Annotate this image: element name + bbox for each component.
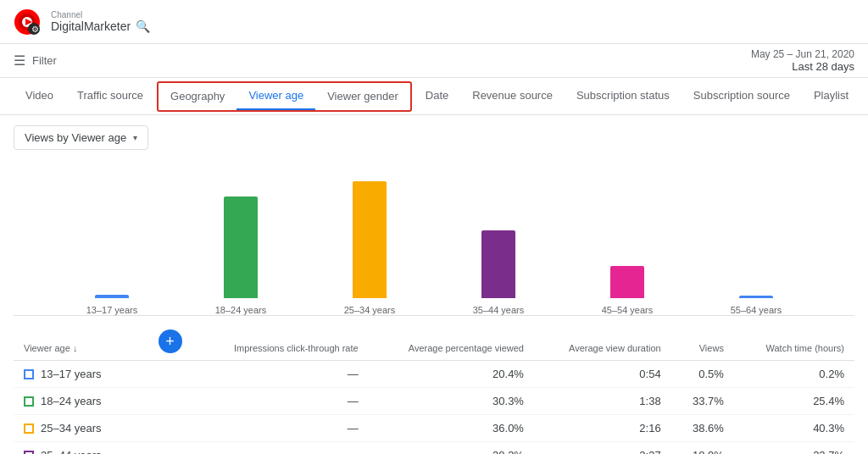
tab-geography[interactable]: Geography — [159, 83, 236, 110]
td-avg-pct-viewed: 36.0% — [369, 415, 534, 442]
svg-text:⚙: ⚙ — [31, 25, 39, 34]
viewer-age-selector[interactable]: Views by Viewer age ▾ — [14, 125, 148, 150]
th-viewer-age: Viewer age ↓ — [14, 323, 148, 361]
color-swatch — [24, 424, 34, 434]
chart-bar — [95, 295, 129, 298]
filter-left: ☰ Filter — [14, 53, 57, 69]
chart-bar — [739, 296, 773, 298]
color-swatch — [24, 396, 34, 407]
td-watch-time: 25.4% — [734, 388, 854, 415]
td-viewer-age: 35–44 years — [14, 442, 148, 454]
selector-arrow-icon: ▾ — [133, 133, 137, 142]
chart-bar — [610, 266, 644, 298]
channel-name-row: DigitalMarketer 🔍 — [51, 19, 150, 33]
tab-traffic-source[interactable]: Traffic source — [65, 78, 155, 115]
highlighted-tab-group: Geography Viewer age Viewer gender — [157, 81, 412, 112]
hamburger-icon[interactable]: ☰ — [14, 53, 25, 69]
selector-label: Views by Viewer age — [25, 131, 126, 144]
td-views: 18.9% — [671, 442, 734, 455]
row-label: 13–17 years — [41, 368, 102, 380]
color-swatch — [24, 451, 34, 455]
tab-playlist[interactable]: Playlist — [802, 78, 860, 115]
chart-bar-group: 45–54 years — [563, 266, 692, 315]
table-header-row: Viewer age ↓ + Impressions click-through… — [14, 323, 854, 361]
table-row: 18–24 years—30.3%1:3833.7%25.4% — [14, 388, 854, 415]
channel-name: DigitalMarketer — [51, 19, 131, 33]
td-avg-view-duration: 2:16 — [534, 415, 671, 442]
td-impressions-ctr: — — [192, 388, 369, 415]
td-avg-pct-viewed: 30.3% — [369, 388, 534, 415]
td-views: 0.5% — [671, 361, 734, 388]
chart-bar-group: 13–17 years — [47, 295, 176, 315]
date-range-display: May 25 – Jun 21, 2020 Last 28 days — [751, 48, 854, 73]
td-avg-view-duration: 2:37 — [534, 442, 671, 455]
chart-bar-group: 18–24 years — [176, 197, 305, 315]
td-impressions-ctr: — — [192, 415, 369, 442]
td-avg-pct-viewed: 38.3% — [369, 442, 534, 455]
chart-container: 13–17 years18–24 years25–34 years35–44 y… — [14, 163, 854, 316]
tab-more[interactable]: More ▾ — [860, 78, 868, 115]
row-label: 35–44 years — [41, 449, 102, 454]
chart-bar — [353, 181, 387, 298]
table-row: 35–44 years—38.3%2:3718.9%22.7% — [14, 442, 854, 455]
tab-video[interactable]: Video — [14, 78, 65, 115]
nav-tabs: Video Traffic source Geography Viewer ag… — [0, 78, 868, 115]
chart-bar-label: 35–44 years — [473, 302, 525, 315]
table-row: 13–17 years—20.4%0:540.5%0.2% — [14, 361, 854, 388]
content-area: Views by Viewer age ▾ 13–17 years18–24 y… — [0, 115, 868, 454]
date-range-text: May 25 – Jun 21, 2020 — [751, 48, 854, 60]
td-views: 38.6% — [671, 415, 734, 442]
table-section: Viewer age ↓ + Impressions click-through… — [14, 323, 854, 454]
chart-bar-label: 13–17 years — [86, 302, 138, 315]
chart-bar-group: 55–64 years — [692, 296, 821, 315]
add-column-button[interactable]: + — [159, 329, 182, 353]
tab-viewer-gender[interactable]: Viewer gender — [315, 83, 410, 110]
chart-bar-label: 18–24 years — [215, 302, 267, 315]
td-watch-time: 22.7% — [734, 442, 854, 455]
td-add — [148, 388, 192, 415]
tab-date[interactable]: Date — [414, 78, 460, 115]
td-avg-view-duration: 0:54 — [534, 361, 671, 388]
row-label: 25–34 years — [41, 422, 102, 435]
search-icon[interactable]: 🔍 — [136, 19, 150, 33]
td-add — [148, 442, 192, 455]
tab-subscription-source[interactable]: Subscription source — [682, 78, 802, 115]
td-watch-time: 0.2% — [734, 361, 854, 388]
chart-bar-label: 25–34 years — [344, 302, 396, 315]
td-viewer-age: 25–34 years — [14, 415, 148, 441]
channel-info: Channel DigitalMarketer 🔍 — [51, 10, 150, 33]
table-body: 13–17 years—20.4%0:540.5%0.2%18–24 years… — [14, 361, 854, 455]
chart-bar-group: 35–44 years — [434, 230, 563, 315]
th-impressions-ctr: Impressions click-through rate — [192, 323, 369, 361]
channel-label: Channel — [51, 10, 150, 19]
tab-revenue-source[interactable]: Revenue source — [460, 78, 565, 115]
td-viewer-age: 13–17 years — [14, 361, 148, 387]
th-avg-view-duration: Average view duration — [534, 323, 671, 361]
filter-label[interactable]: Filter — [32, 54, 57, 67]
td-views: 33.7% — [671, 388, 734, 415]
td-impressions-ctr: — — [192, 361, 369, 388]
data-table: Viewer age ↓ + Impressions click-through… — [14, 323, 854, 454]
table-row: 25–34 years—36.0%2:1638.6%40.3% — [14, 415, 854, 442]
td-viewer-age: 18–24 years — [14, 388, 148, 414]
th-views: Views — [671, 323, 734, 361]
color-swatch — [24, 369, 34, 379]
td-watch-time: 40.3% — [734, 415, 854, 442]
header: ⚙ Channel DigitalMarketer 🔍 — [0, 0, 868, 44]
chart-bar-group: 25–34 years — [305, 181, 434, 315]
th-add: + — [148, 323, 192, 361]
td-impressions-ctr: — — [192, 442, 369, 455]
filter-bar: ☰ Filter May 25 – Jun 21, 2020 Last 28 d… — [0, 44, 868, 78]
selector-row: Views by Viewer age ▾ — [14, 125, 854, 150]
th-watch-time: Watch time (hours) — [734, 323, 854, 361]
td-add — [148, 361, 192, 388]
chart-bar-label: 45–54 years — [602, 302, 654, 315]
td-add — [148, 415, 192, 442]
tab-subscription-status[interactable]: Subscription status — [565, 78, 682, 115]
td-avg-pct-viewed: 20.4% — [369, 361, 534, 388]
row-label: 18–24 years — [41, 395, 102, 407]
logo-icon: ⚙ — [14, 8, 41, 36]
last-days-text: Last 28 days — [751, 60, 854, 73]
chart-bar-label: 55–64 years — [731, 302, 782, 315]
tab-viewer-age[interactable]: Viewer age — [236, 83, 315, 110]
